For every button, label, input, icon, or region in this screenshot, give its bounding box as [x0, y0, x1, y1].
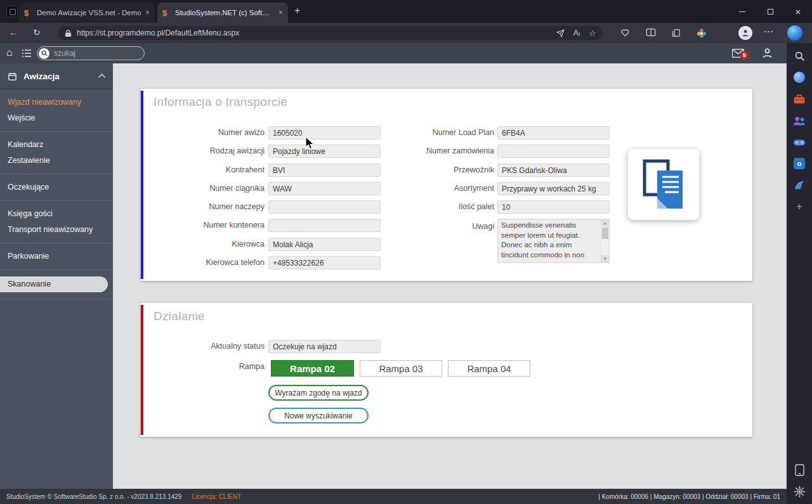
card-title: Informacja o transporcie [154, 95, 287, 109]
close-window-button[interactable]: × [784, 0, 812, 23]
numer-awizo-input[interactable] [268, 126, 381, 139]
drop-fin-icon[interactable] [793, 179, 806, 191]
discover-sphere-icon[interactable] [793, 71, 806, 84]
app-search-box[interactable] [37, 46, 145, 60]
copilot-icon[interactable] [787, 25, 802, 41]
collections-icon[interactable] [671, 28, 681, 40]
close-tab-icon[interactable]: × [145, 9, 150, 16]
numer-ciagnika-input[interactable] [268, 182, 381, 195]
home-icon[interactable]: ⌂ [6, 47, 13, 58]
browser-menu-icon[interactable]: ··· [764, 27, 774, 36]
load-plan-document-card[interactable] [628, 149, 699, 220]
close-icon: × [796, 6, 801, 17]
scroll-track[interactable] [601, 239, 609, 255]
outlook-icon[interactable]: o [793, 157, 806, 170]
field-label: Uwagi [395, 220, 494, 233]
minimize-button[interactable] [728, 0, 756, 23]
read-aloud-icon[interactable]: A) [573, 29, 580, 37]
sidebar-group: Skanowanie [0, 270, 113, 299]
lock-icon [65, 29, 72, 37]
sidebar-group: Kalendarz Zestawienie [0, 132, 113, 174]
field-label: Kontrahent [141, 164, 265, 177]
share-icon[interactable] [556, 29, 565, 37]
numer-kontenera-input[interactable] [268, 219, 381, 232]
uwagi-scrollbar[interactable]: ▲ ▼ [601, 219, 609, 262]
people-icon[interactable] [793, 114, 806, 127]
sidebar-item-ksiega-gosci[interactable]: Księga gości [0, 206, 113, 222]
new-tab-button[interactable]: + [294, 5, 300, 16]
browser-tab-1[interactable]: $ Demo Awizacje VSS.net - Demo × [19, 3, 155, 23]
ilosc-palet-input[interactable] [497, 200, 610, 214]
rampa-04-button[interactable]: Rampa 04 [448, 360, 530, 377]
url-text[interactable]: https://st.programdemo.pl/DefaultLeftMen… [77, 29, 547, 37]
sidebar-item-oczekujace[interactable]: Oczekujące [0, 179, 113, 195]
mobile-device-icon[interactable] [793, 463, 806, 476]
sidebar-item-wjazd-nieawizowany[interactable]: Wjazd nieawizowany [0, 94, 113, 110]
browser-tab-2-active[interactable]: $ StudioSystem.NET (c) SoftwareSt × [157, 3, 288, 23]
sidebar-item-transport-nieawizowany[interactable]: Transport nieawizowany [0, 222, 113, 238]
kierowca-telefon-input[interactable] [268, 256, 381, 269]
license-text: Licencja: CLIENT [192, 493, 241, 500]
tools-icon[interactable] [793, 93, 806, 105]
field-label: Kierowca telefon [141, 256, 265, 269]
menu-list-icon[interactable] [22, 49, 32, 60]
przewoznik-input[interactable] [497, 164, 610, 177]
field-label: Przewoźnik [395, 164, 494, 177]
split-screen-icon[interactable] [646, 28, 656, 39]
numer-zamowienia-input[interactable] [497, 145, 610, 158]
sidebar-item-skanowanie-selected[interactable]: Skanowanie [0, 276, 108, 292]
field-label: Kierowca [141, 238, 265, 251]
window-controls: × [728, 0, 812, 23]
workspace-icon[interactable] [6, 6, 18, 17]
scroll-up-icon[interactable]: ▲ [601, 219, 609, 227]
profile-avatar[interactable] [738, 26, 752, 40]
numer-load-plan-input[interactable] [497, 126, 610, 139]
sidebar-item-zestawienie[interactable]: Zestawienie [0, 153, 113, 169]
avatar-person-icon [741, 29, 750, 37]
field-label: Numer naczepy [141, 200, 265, 214]
close-tab-icon[interactable]: × [278, 9, 283, 16]
uwagi-text: Suspendisse venenatis semper lorem ut fe… [498, 219, 601, 262]
mail-button[interactable]: 5 [732, 49, 744, 60]
field-label: Numer awizo [141, 126, 265, 139]
rampa-02-button[interactable]: Rampa 02 [271, 360, 354, 377]
kontrahent-input[interactable] [268, 164, 381, 177]
sidebar-item-kalendarz[interactable]: Kalendarz [0, 137, 113, 153]
kierowca-input[interactable] [268, 238, 381, 251]
new-search-button[interactable]: Nowe wyszukiwanie [268, 408, 369, 423]
rampa-03-button[interactable]: Rampa 03 [360, 360, 442, 377]
add-app-icon[interactable]: + [793, 200, 806, 213]
browser-tab-strip: $ Demo Awizacje VSS.net - Demo × $ Studi… [0, 0, 812, 23]
back-icon[interactable]: ← [9, 27, 18, 37]
consent-entry-button[interactable]: Wyrażam zgodę na wjazd [268, 385, 369, 401]
aktualny-status-input[interactable] [268, 340, 381, 353]
sidebar-header-awizacja[interactable]: Awizacja [0, 63, 113, 89]
chevron-up-icon[interactable] [98, 74, 105, 81]
asortyment-input[interactable] [497, 182, 610, 195]
field-label: Rodzaj awizacji [141, 145, 265, 158]
sidebar-item-parkowanie[interactable]: Parkowanie [0, 249, 113, 264]
mouse-cursor [305, 136, 315, 153]
sidebar-search-icon[interactable] [793, 49, 806, 62]
user-icon[interactable] [761, 47, 773, 61]
extensions-icon[interactable] [697, 28, 707, 41]
numer-naczepy-input[interactable] [268, 200, 381, 214]
scroll-down-icon[interactable]: ▼ [601, 255, 609, 262]
games-icon[interactable] [793, 136, 806, 148]
field-label: Aktualny status [141, 340, 265, 353]
card-title: Działanie [154, 309, 205, 323]
uwagi-textarea[interactable]: Suspendisse venenatis semper lorem ut fe… [497, 219, 610, 263]
browser-navbar: ← ↻ https://st.programdemo.pl/DefaultLef… [0, 23, 812, 43]
settings-gear-icon[interactable] [793, 485, 806, 498]
refresh-icon[interactable]: ↻ [33, 27, 41, 37]
maximize-button[interactable] [756, 0, 784, 23]
minimize-icon [739, 11, 745, 12]
address-bar[interactable]: https://st.programdemo.pl/DefaultLeftMen… [58, 26, 603, 40]
favorites-star-icon[interactable]: ☆ [589, 29, 596, 38]
sidebar-item-wejscie[interactable]: Wejście [0, 110, 113, 126]
browser-essentials-icon[interactable] [620, 28, 630, 39]
status-right-text: | Komórka: 00006 | Magazyn: 00003 | Oddz… [598, 493, 780, 500]
rodzaj-awizacji-input[interactable] [268, 145, 381, 158]
search-input[interactable] [54, 49, 143, 58]
scroll-thumb[interactable] [602, 228, 608, 239]
